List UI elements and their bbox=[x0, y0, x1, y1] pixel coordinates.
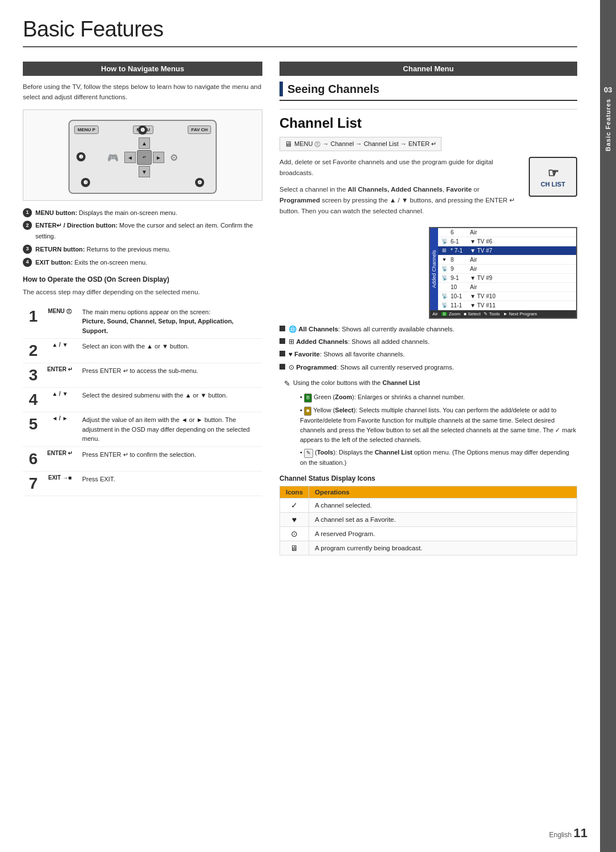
ch-screen-footer: Air B Zoom ■ Select ✎ Tools ► Next Progr… bbox=[430, 310, 576, 318]
remote-visual: MENU P MENU FAV CH 🎮 ▲ bbox=[29, 116, 256, 198]
ch-row-6-1: 📡 6-1 ▼ TV #6 bbox=[438, 237, 576, 246]
ch-list-hand-icon: ☞ bbox=[548, 166, 559, 181]
osd-row-2: 2 ▲ / ▼ Select an icon with the ▲ or ▼ b… bbox=[23, 339, 262, 363]
ch-row-11-1: 📡 11-1 ▼ TV #11 bbox=[438, 301, 576, 310]
csd-table: Icons Operations ✓ A channel selected. ♥… bbox=[279, 486, 577, 555]
osd-num-1: 1 bbox=[23, 305, 40, 339]
callout-item-1: 1 MENU button: Displays the main on-scre… bbox=[23, 208, 262, 218]
osd-row-3: 3 ENTER ↵ Press ENTER ↵ to access the su… bbox=[23, 363, 262, 388]
osd-icon-3: ENTER ↵ bbox=[40, 363, 80, 388]
csd-desc-1: A channel selected. bbox=[309, 498, 577, 513]
language-label: English bbox=[549, 831, 572, 839]
channel-list-title: Channel List bbox=[279, 115, 577, 131]
tools-chip: ✎ bbox=[304, 449, 313, 458]
osd-num-4: 4 bbox=[23, 388, 40, 412]
right-column: Channel Menu Seeing Channels Channel Lis… bbox=[279, 62, 577, 555]
sub-bullet-tools: ✎ (Tools): Displays the Channel List opt… bbox=[300, 448, 577, 468]
page-footer: English 11 bbox=[549, 826, 587, 841]
ch-num-9-1: 9-1 bbox=[451, 275, 468, 281]
sub-bullet-yellow: ■ Yellow (Select): Selects multiple chan… bbox=[300, 405, 577, 445]
ch-num-10: 10 bbox=[451, 284, 468, 290]
osd-desc-1: The main menu options appear on the scre… bbox=[80, 305, 262, 339]
osd-row-6: 6 ENTER ↵ Press ENTER ↵ to confirm the s… bbox=[23, 447, 262, 471]
ch-icon-8: ♥ bbox=[440, 257, 448, 262]
ch-name-6: Air bbox=[470, 229, 574, 236]
ch-icon-9-1: 📡 bbox=[440, 275, 448, 281]
seeing-channels-section: Seeing Channels bbox=[279, 82, 577, 101]
ch-num-10-1: 10-1 bbox=[451, 293, 468, 299]
ch-num-7-1: * 7-1 bbox=[451, 248, 468, 254]
how-to-navigate-header: How to Navigate Menus bbox=[23, 62, 262, 76]
section-number: 03 bbox=[604, 86, 612, 94]
sub-bullets-section: B Green (Zoom): Enlarges or shrinks a ch… bbox=[279, 392, 577, 468]
bullet-programmed: ⊙ Programmed: Shows all currently reserv… bbox=[279, 363, 577, 372]
callout-4: ❹ bbox=[195, 178, 204, 187]
ch-row-8: ♥ 8 Air bbox=[438, 255, 576, 265]
ch-screen-list: 6 Air 📡 6-1 ▼ TV #6 ⊞ * 7-1 bbox=[438, 228, 576, 310]
bullet-text-prog: ⊙ Programmed: Shows all currently reserv… bbox=[289, 363, 454, 372]
osd-row-5: 5 ◄ / ► Adjust the value of an item with… bbox=[23, 412, 262, 447]
ch-row-6: 6 Air bbox=[438, 228, 576, 237]
bullet-square-3 bbox=[279, 351, 285, 356]
page-wrapper: 03 Basic Features Basic Features How to … bbox=[0, 0, 616, 852]
osd-icon-4: ▲ / ▼ bbox=[40, 388, 80, 412]
callout-item-2: 2 ENTER↵ / Direction button: Move the cu… bbox=[23, 220, 262, 241]
csd-thead-row: Icons Operations bbox=[280, 486, 577, 498]
osd-icon-7: EXIT →■ bbox=[40, 471, 80, 496]
remote-diagram: MENU P MENU FAV CH 🎮 ▲ bbox=[23, 109, 262, 201]
footer-air: Air bbox=[432, 311, 438, 317]
callout-2: ❷ bbox=[76, 152, 86, 161]
ch-num-8: 8 bbox=[451, 257, 468, 263]
osd-icon-2: ▲ / ▼ bbox=[40, 339, 80, 363]
bullet-all-channels: 🌐 All Channels: Shows all currently avai… bbox=[279, 324, 577, 334]
two-column-layout: How to Navigate Menus Before using the T… bbox=[23, 62, 577, 555]
blue-bar bbox=[279, 82, 283, 96]
sub-bullet-green: B Green (Zoom): Enlarges or shrinks a ch… bbox=[300, 392, 577, 403]
ch-name-6-1: ▼ TV #6 bbox=[470, 238, 574, 245]
bullet-added-channels: ⊞ Added Channels: Shows all added channe… bbox=[279, 337, 577, 347]
ch-screen-inner: Added Channels 6 Air 📡 6-1 ▼ TV #6 bbox=[430, 228, 576, 310]
csd-desc-3: A reserved Program. bbox=[309, 527, 577, 541]
callout-text-1: MENU button: Displays the main on-screen… bbox=[35, 208, 177, 218]
footer-select: ■ Select bbox=[464, 311, 480, 317]
bullet-square-4 bbox=[279, 364, 285, 370]
osd-num-6: 6 bbox=[23, 447, 40, 471]
ch-row-7-1: ⊞ * 7-1 ▼ TV #7 bbox=[438, 246, 576, 255]
csd-header: Channel Status Display Icons bbox=[279, 474, 577, 482]
callout-circle-1: 1 bbox=[23, 208, 32, 217]
callout-3: ❸ bbox=[81, 178, 90, 187]
callout-item-3: 3 RETURN button: Returns to the previous… bbox=[23, 244, 262, 255]
csd-row-1: ✓ A channel selected. bbox=[280, 498, 577, 513]
page-number: 11 bbox=[574, 826, 587, 840]
ch-icon-9: 📡 bbox=[440, 266, 448, 271]
bullet-square-1 bbox=[279, 326, 285, 331]
csd-row-3: ⊙ A reserved Program. bbox=[280, 527, 577, 541]
osd-row-1: 1 MENU ㊂ The main menu options appear on… bbox=[23, 305, 262, 339]
green-chip: B bbox=[304, 393, 312, 403]
csd-row-2: ♥ A channel set as a Favorite. bbox=[280, 513, 577, 527]
ch-name-9-1: ▼ TV #9 bbox=[470, 275, 574, 281]
csd-col-icons: Icons bbox=[280, 486, 309, 498]
ch-num-6: 6 bbox=[451, 229, 468, 236]
callout-list: 1 MENU button: Displays the main on-scre… bbox=[23, 208, 262, 267]
bullet-section: 🌐 All Channels: Shows all currently avai… bbox=[279, 324, 577, 372]
ch-icon-10-1: 📡 bbox=[440, 293, 448, 299]
osd-desc-7: Press EXIT. bbox=[80, 471, 262, 496]
ch-name-10: Air bbox=[470, 284, 574, 290]
channel-screen: Added Channels 6 Air 📡 6-1 ▼ TV #6 bbox=[429, 227, 577, 319]
csd-desc-2: A channel set as a Favorite. bbox=[309, 513, 577, 527]
side-tab: 03 Basic Features bbox=[600, 0, 616, 852]
note-using-color: ✎ Using the color buttons with the Chann… bbox=[279, 378, 577, 390]
osd-num-5: 5 bbox=[23, 412, 40, 447]
section-label: Basic Features bbox=[605, 99, 611, 151]
ch-row-9: 📡 9 Air bbox=[438, 265, 576, 274]
osd-note: The access step may differ depending on … bbox=[23, 287, 262, 297]
osd-row-7: 7 EXIT →■ Press EXIT. bbox=[23, 471, 262, 496]
bullet-favorite: ♥ Favorite: Shows all favorite channels. bbox=[279, 350, 577, 359]
ch-row-9-1: 📡 9-1 ▼ TV #9 bbox=[438, 274, 576, 283]
osd-row-4: 4 ▲ / ▼ Select the desired submenu with … bbox=[23, 388, 262, 412]
intro-text: Before using the TV, follow the steps be… bbox=[23, 82, 262, 103]
csd-col-ops: Operations bbox=[309, 486, 577, 498]
callout-circle-3: 3 bbox=[23, 245, 32, 254]
ch-list-and-desc: ☞ CH LIST Add, delete or set Favorite ch… bbox=[279, 157, 577, 222]
